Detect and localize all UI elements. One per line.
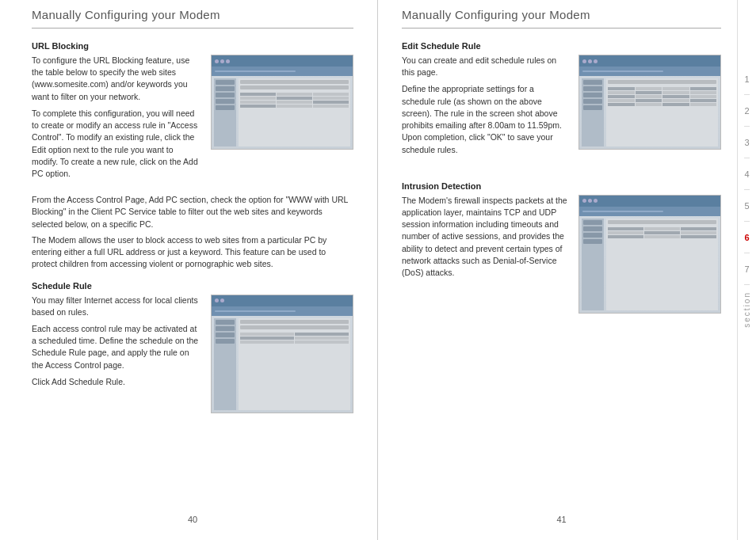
ss-sidebar-item-9 [216, 339, 235, 344]
ss-cell-26 [690, 91, 717, 94]
ss-sidebar-item-15 [583, 220, 602, 225]
ss-cell-11 [277, 105, 312, 108]
ss-table-row-8 [608, 87, 716, 90]
ss-main-1 [239, 78, 350, 146]
right-page: Manually Configuring your Modem Edit Sch… [378, 0, 737, 540]
ss-cell-14 [295, 333, 349, 336]
right-page-header: Manually Configuring your Modem [402, 0, 721, 29]
ss-cell-13 [240, 333, 294, 336]
ss-table-row-6 [240, 337, 349, 340]
edit-schedule-rule-para-2: Define the appropriate settings for a sc… [402, 83, 569, 155]
url-blocking-screenshot [211, 55, 353, 150]
ss-cell-27 [608, 95, 635, 98]
ss-row-5 [608, 80, 716, 84]
sidebar-num-3: 3 [744, 127, 749, 158]
ss-header-3 [579, 55, 720, 67]
ss-nav-line-1 [215, 70, 296, 72]
ss-header-2 [212, 295, 353, 306]
screenshot-inner-1 [212, 55, 353, 149]
ss-table-row-10 [608, 95, 716, 98]
ss-table-row-1 [240, 93, 349, 96]
ss-header-4 [579, 196, 720, 207]
ss-sidebar-item-7 [216, 326, 235, 331]
ss-cell-18 [295, 340, 349, 344]
ss-dot-11 [594, 199, 598, 203]
ss-nav-4 [579, 207, 720, 216]
ss-sidebar-item-5 [216, 105, 235, 110]
ss-table-row-4 [240, 105, 349, 108]
ss-cell-21 [662, 87, 689, 90]
url-blocking-para-1: To configure the URL Blocking feature, u… [32, 55, 201, 103]
schedule-rule-para-3: Click Add Schedule Rule. [32, 376, 201, 388]
intrusion-detection-screenshot [578, 195, 721, 314]
ss-row-4 [240, 325, 349, 329]
left-page-number: 40 [32, 508, 353, 524]
sidebar-num-1: 1 [744, 63, 749, 95]
ss-table-1 [240, 93, 349, 108]
ss-nav-line-3 [582, 70, 663, 72]
ss-table-row-13 [608, 227, 716, 230]
left-page-title: Manually Configuring your Modem [32, 8, 353, 21]
ss-table-row-15 [608, 235, 716, 238]
ss-nav-line-2 [215, 310, 296, 312]
ss-sidebar-item-11 [583, 86, 602, 91]
sidebar-num-6: 6 [744, 222, 749, 253]
ss-nav-3 [579, 67, 720, 76]
ss-cell-46 [644, 235, 680, 238]
right-page-title: Manually Configuring your Modem [402, 8, 721, 21]
edit-schedule-rule-title: Edit Schedule Rule [402, 41, 721, 51]
ss-cell-19 [608, 87, 635, 90]
ss-sidebar-item-13 [583, 99, 602, 104]
schedule-rule-title: Schedule Rule [32, 281, 353, 291]
url-blocking-text: To configure the URL Blocking feature, u… [32, 55, 201, 184]
sidebar-num-7: 7 [744, 253, 749, 285]
ss-row-1 [240, 80, 349, 84]
screenshot-inner-3 [579, 55, 720, 149]
ss-table-3 [608, 87, 716, 106]
ss-cell-41 [681, 227, 716, 230]
ss-table-row-2 [240, 97, 349, 100]
ss-sidebar-item-10 [583, 80, 602, 85]
sidebar-numbers: 1 2 3 4 5 6 7 [744, 63, 749, 285]
ss-cell-12 [313, 105, 349, 108]
ss-main-3 [606, 78, 718, 146]
ss-table-row-12 [608, 103, 716, 106]
schedule-rule-content: You may filter Internet access for local… [32, 295, 353, 413]
ss-dot-10 [588, 199, 592, 203]
intrusion-detection-para-1: The Modem's firewall inspects packets at… [402, 195, 569, 280]
ss-sidebar-item-3 [216, 93, 235, 97]
ss-sidebar-item-8 [216, 333, 235, 337]
schedule-rule-text: You may filter Internet access for local… [32, 295, 201, 413]
schedule-rule-section: Schedule Rule You may filter Internet ac… [32, 281, 353, 423]
ss-body-2 [212, 316, 353, 413]
ss-sidebar-item-4 [216, 99, 235, 104]
ss-body-4 [579, 216, 720, 313]
edit-schedule-rule-screenshot [578, 55, 721, 150]
ss-cell-5 [277, 97, 312, 100]
ss-cell-38 [690, 103, 717, 106]
ss-table-2 [240, 333, 349, 344]
ss-sidebar-item-1 [216, 80, 235, 85]
ss-sidebar-1 [214, 78, 236, 146]
left-page-header: Manually Configuring your Modem [32, 0, 353, 29]
intrusion-detection-title: Intrusion Detection [402, 181, 721, 191]
ss-dot-3 [226, 59, 230, 63]
ss-cell-36 [636, 103, 662, 106]
intrusion-detection-section: Intrusion Detection The Modem's firewall… [402, 181, 721, 323]
ss-cell-2 [277, 93, 312, 96]
ss-cell-25 [662, 91, 689, 94]
ss-dot-9 [582, 199, 586, 203]
ss-body-1 [212, 76, 353, 149]
ss-cell-37 [662, 103, 689, 106]
ss-table-row-5 [240, 333, 349, 336]
url-blocking-para-3: From the Access Control Page, Add PC sec… [32, 194, 353, 230]
ss-dot-4 [215, 299, 219, 302]
ss-cell-29 [662, 95, 689, 98]
edit-schedule-rule-content: You can create and edit schedule rules o… [402, 55, 721, 161]
sidebar-section-label: section [743, 291, 751, 328]
ss-nav-2 [212, 306, 353, 316]
ss-cell-23 [608, 91, 635, 94]
ss-cell-39 [608, 227, 643, 230]
ss-table-row-11 [608, 99, 716, 102]
ss-table-4 [608, 227, 716, 238]
